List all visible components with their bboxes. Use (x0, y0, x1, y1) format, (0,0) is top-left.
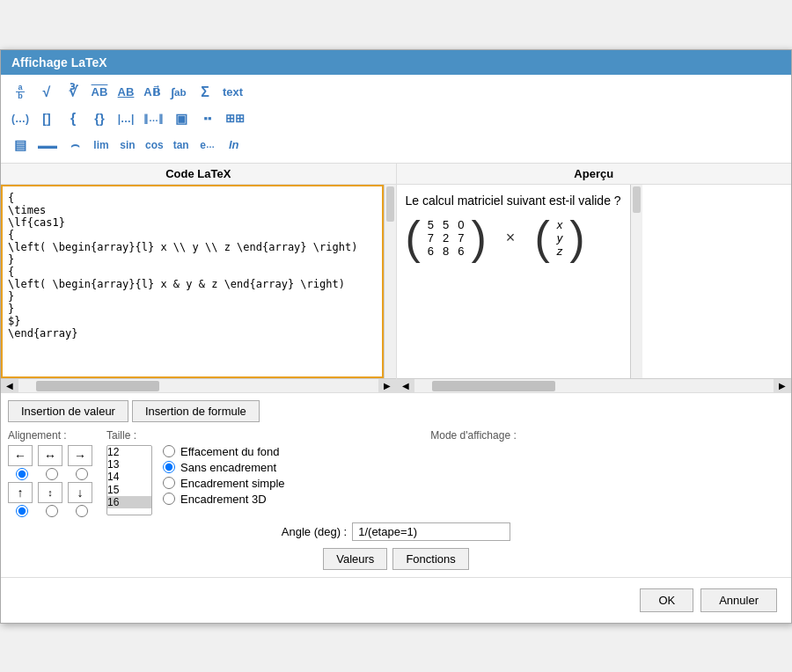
fonctions-btn[interactable]: Fonctions (392, 548, 468, 570)
rparen-a: ) (472, 218, 487, 257)
angle-input[interactable] (352, 522, 510, 541)
overline-btn[interactable]: AB (87, 80, 112, 105)
code-hscrollbar[interactable]: ◀ ▶ (1, 378, 396, 392)
align-bottom-btn[interactable]: ↓ (68, 482, 92, 503)
code-section: Code LaTeX { \times \lf{cas1} { \left( \… (1, 164, 397, 392)
brackets-btn[interactable]: [] (34, 106, 59, 131)
size-13[interactable]: 13 (107, 458, 151, 471)
braces-btn[interactable]: {} (87, 106, 112, 131)
size-16[interactable]: 16 (107, 496, 151, 508)
size-15[interactable]: 15 (107, 484, 151, 496)
code-scrollbar[interactable] (384, 185, 396, 378)
cos-btn[interactable]: cos (142, 133, 167, 157)
matrix-a-content: 550 727 686 (421, 215, 472, 261)
angle-section: Angle (deg) : (8, 522, 784, 541)
lparen-b: ( (534, 218, 549, 257)
preview-scrollbar[interactable] (630, 185, 642, 378)
text-btn[interactable]: text (219, 80, 246, 105)
exp-btn[interactable]: e… (195, 133, 220, 157)
valeurs-btn[interactable]: Valeurs (323, 548, 387, 570)
align-top-btn[interactable]: ↑ (8, 482, 33, 503)
ok-btn[interactable]: OK (640, 588, 693, 612)
a22: 6 (458, 245, 464, 258)
fraction-btn[interactable]: a b (8, 80, 33, 105)
a20: 6 (428, 245, 434, 258)
integral-btn[interactable]: ∫ab (166, 80, 191, 105)
b20: z (557, 245, 563, 258)
controls: Insertion de valeur Insertion de formule… (1, 392, 791, 577)
matrix1-btn[interactable]: ▤ (8, 133, 33, 157)
mode-3d[interactable]: Encadrement 3D (163, 493, 784, 506)
toolbar: a b √ ∛ AB AB AB⃗ ∫ab Σ text (…) [] { {}… (1, 75, 791, 164)
lbrace-btn[interactable]: { (61, 106, 85, 131)
insert-formula-btn[interactable]: Insertion de formule (132, 400, 260, 422)
size-12[interactable]: 12 (107, 446, 151, 458)
controls-bottom: Alignement : ← ↔ → ↑ ↕ ↓ (8, 429, 784, 517)
mode-simple-label: Encadrement simple (180, 477, 285, 490)
code-label: Code LaTeX (1, 164, 396, 185)
arc-btn[interactable]: ⌢ (62, 133, 87, 157)
align-middle-btn[interactable]: ↕ (38, 482, 62, 503)
align-radio-row2 (8, 505, 96, 517)
matrix2-btn[interactable]: ▬▬ (34, 133, 61, 157)
alignment-section: Alignement : ← ↔ → ↑ ↕ ↓ (8, 429, 96, 517)
grid-btn[interactable]: ⊞⊞ (222, 106, 248, 131)
a21: 8 (443, 245, 449, 258)
mode-label: Mode d'affichage : (163, 429, 784, 442)
b10: y (557, 231, 563, 245)
sigma-btn[interactable]: Σ (193, 80, 217, 105)
size-listbox[interactable]: 12 13 14 15 16 (106, 445, 152, 515)
code-editor[interactable]: { \times \lf{cas1} { \left( \begin{array… (1, 185, 384, 378)
insert-buttons: Insertion de valeur Insertion de formule (8, 400, 784, 422)
mode-effacement-label: Effacement du fond (180, 445, 280, 458)
align-arrows: ← ↔ → (8, 445, 96, 466)
align-center-btn[interactable]: ↔ (38, 445, 62, 466)
footer: OK Annuler (1, 577, 791, 623)
underline-btn[interactable]: AB (114, 80, 138, 105)
parens-btn[interactable]: (…) (8, 106, 33, 131)
a11: 2 (443, 231, 449, 245)
mode-sans-label: Sans encadrement (180, 461, 276, 474)
preview-label: Aperçu (397, 164, 792, 185)
lim-btn[interactable]: lim (89, 133, 114, 157)
norm-btn[interactable]: ‖…‖ (140, 106, 167, 131)
align-radio-center (38, 468, 66, 480)
alignment-label: Alignement : (8, 429, 96, 442)
mode-section: Mode d'affichage : Effacement du fond Sa… (163, 429, 784, 506)
align-radio-row1 (8, 468, 96, 480)
align-radio-top (8, 505, 36, 517)
b00: x (557, 218, 563, 231)
mode-options: Effacement du fond Sans encadrement Enca… (163, 445, 784, 506)
toolbar-row-3: ▤ ▬▬ ⌢ lim sin cos tan e… In (8, 133, 784, 157)
align-left-btn[interactable]: ← (8, 445, 33, 466)
align-radio-mid (38, 505, 66, 517)
size-with-scroll: 12 13 14 15 16 (106, 445, 152, 515)
square1-btn[interactable]: ▣ (169, 106, 194, 131)
annuler-btn[interactable]: Annuler (700, 588, 777, 612)
matrix-b-content: x y z (550, 215, 570, 261)
lparen-a: ( (406, 218, 421, 257)
sqrt-btn[interactable]: √ (34, 80, 59, 105)
sin-btn[interactable]: sin (115, 133, 140, 157)
square2-btn[interactable]: ▪▪ (195, 106, 220, 131)
insert-value-btn[interactable]: Insertion de valeur (8, 400, 128, 422)
overrightarrow-btn[interactable]: AB⃗ (140, 80, 165, 105)
mode-sans[interactable]: Sans encadrement (163, 461, 784, 474)
a12: 7 (458, 231, 464, 245)
toolbar-row-2: (…) [] { {} |…| ‖…‖ ▣ ▪▪ ⊞⊞ (8, 106, 784, 131)
align-right-btn[interactable]: → (68, 445, 92, 466)
size-14[interactable]: 14 (107, 471, 151, 483)
matrix-b: ( x y z ) (534, 215, 584, 261)
ln-btn[interactable]: In (222, 133, 246, 157)
size-label: Taille : (106, 429, 152, 442)
code-hthumb (36, 381, 159, 391)
cbrt-btn[interactable]: ∛ (61, 80, 85, 105)
a10: 7 (428, 231, 434, 245)
mode-effacement[interactable]: Effacement du fond (163, 445, 784, 458)
preview-hscrollbar[interactable]: ◀ ▶ (397, 378, 792, 392)
rparen-b: ) (569, 218, 584, 257)
mode-simple[interactable]: Encadrement simple (163, 477, 784, 490)
tan-btn[interactable]: tan (169, 133, 194, 157)
a02: 0 (458, 218, 464, 231)
abs-btn[interactable]: |…| (114, 106, 138, 131)
